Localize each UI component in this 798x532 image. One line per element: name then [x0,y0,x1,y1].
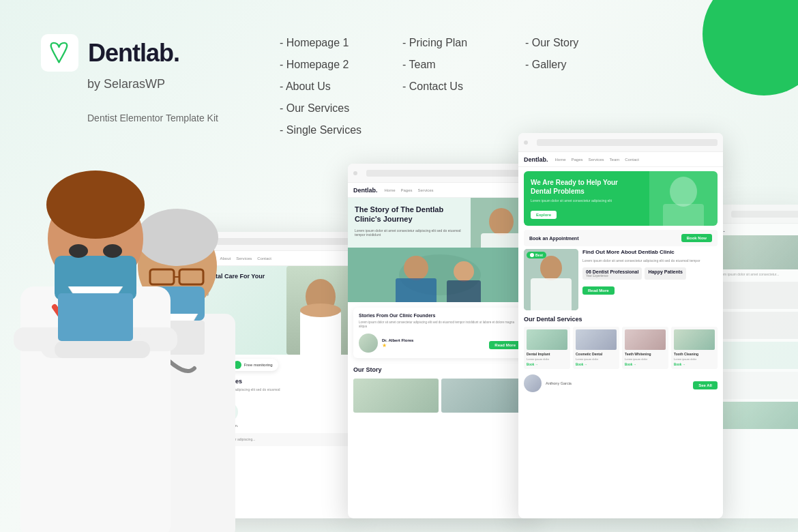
service-img-3 [625,329,666,350]
img-badge-dot [530,253,534,257]
mockup-fr-block-2 [717,312,798,339]
mockup-nav-item: Pages [401,188,413,192]
nav-single-services[interactable]: - Single Services [280,121,375,139]
svg-point-11 [454,261,474,282]
stat-1-label: Year Experience [586,274,638,278]
mockup-bar-c [366,170,527,177]
mockup-testimonial-title: Stories From Our Clinic Founders [359,313,521,318]
mockup-star-rating: ★ [382,342,413,349]
mockup-nav-item: Services [418,188,434,192]
mockup-right-nav-items: Home Pages Services Team Contact [555,158,639,162]
nav-gallery[interactable]: - Gallery [525,56,621,74]
svg-rect-12 [447,280,481,302]
mockup-right-hero-title: We Are Ready to Help Your Dental Problem… [531,178,630,196]
nav-contact[interactable]: - Contact Us [402,78,498,95]
service-cosmetic: Cosmetic Dental Lorem ipsum dolor Book → [573,327,619,369]
mockup-our-story: Our Story [348,364,532,379]
mockup-far-right-header [713,205,798,224]
svg-point-22 [69,244,88,258]
nav-team[interactable]: - Team [402,56,498,74]
mockup-fr-content: M... Lorem ipsum dolor sit amet consecte… [713,224,798,433]
nav-services[interactable]: - Our Services [280,100,375,117]
mockup-read-more[interactable]: Read More [489,337,521,349]
mockup-profile-info: Dr. Albert Flores ★ [382,338,413,349]
mockup-bottom-profile: Anthony Garcia See All [524,374,718,392]
nav-about[interactable]: - About Us [280,78,375,95]
svg-rect-27 [55,341,150,358]
doctor-silhouette-small [286,266,355,355]
service-btn-2[interactable]: Book → [576,363,617,366]
mockup-grid-img-1 [353,379,439,413]
hero-doctor-small [649,171,718,226]
mockup-grid-img-2 [441,379,527,413]
stat-2: Happy Patients [645,267,686,280]
service-btn-4[interactable]: Book → [674,363,715,366]
svg-rect-10 [396,278,437,302]
stat-1-value: 06 Dentist Professional [586,269,638,274]
service-desc-3: Lorem ipsum dolor [625,357,666,361]
mockup-fr-title: M... [717,228,798,233]
svg-point-5 [489,208,514,235]
service-link-3[interactable]: Book → [625,363,666,366]
mockup-center-header [348,164,532,183]
nav-area: - Homepage 1 - Homepage 2 - About Us - O… [266,34,634,139]
service-img-1 [527,329,567,350]
mockup-dot-c [353,171,357,175]
read-more-btn[interactable]: Read More [489,341,521,349]
mockup-hero-img [286,266,355,355]
mockup-right: Dentlab. Home Pages Services Team Contac… [518,133,723,518]
mockup-fr-block-5 [717,402,798,429]
nav-homepage1[interactable]: - Homepage 1 [280,34,375,52]
mockup-nav-item: Home [385,188,396,192]
mockup-book-label: Book an Appointment [529,236,578,241]
doctor-figure-1 [0,68,191,532]
service-link-2[interactable]: Book → [576,363,617,366]
mockup-center: Dentlab. Home Pages Services The Story o… [348,164,532,518]
svg-point-23 [103,244,122,258]
service-link-1[interactable]: Book → [527,363,567,366]
service-name-2: Cosmetic Dental [576,352,617,356]
mockup-center-hero-title: The Story of The Dentlab Clinic's Journe… [355,205,466,224]
mockup-services-section: Our Dental Services Dental Implant Lorem… [518,313,723,372]
mockup-nav-item: Home [555,158,566,162]
svg-point-20 [46,171,145,239]
mockup-hero-doctor-img [649,171,718,226]
mockup-bottom-avatar [524,374,542,392]
see-all-btn[interactable]: See All [693,381,718,389]
service-dental-implant: Dental Implant Lorem ipsum dolor Book → [524,327,570,369]
mockup-center-dental-img [348,248,532,302]
service-desc-1: Lorem ipsum dolor [527,357,567,361]
mockup-right-nav: Dentlab. Home Pages Services Team Contac… [518,152,723,167]
mockup-right-logo: Dentlab. [524,156,548,163]
mockup-about-text-col: Find Out More About Dentlab Clinic Lorem… [582,249,718,310]
book-btn[interactable]: Book Now [681,234,712,242]
nav-homepage2[interactable]: - Homepage 2 [280,56,375,74]
mockup-fr-hero-img [717,235,798,269]
nav-pricing[interactable]: - Pricing Plan [402,34,498,52]
nav-col-3: - Our Story - Gallery [512,34,634,139]
mockup-services-title: Our Dental Services [524,316,718,323]
mockup-testimonial: Stories From Our Clinic Founders Lorem i… [353,308,527,359]
service-btn-3[interactable]: Book → [625,363,666,366]
service-name-1: Dental Implant [527,352,567,356]
mockup-nav-item: Pages [572,158,583,162]
mockup-fr-block-3 [717,342,798,369]
service-btn-1[interactable]: Book → [527,363,567,366]
read-more-about[interactable]: Read More [582,286,615,295]
mockup-bottom-profile-name: Anthony Garcia [546,381,572,385]
mockup-fr-block-1 [717,282,798,309]
svg-point-9 [404,256,428,280]
mockup-about-section: Best Find Out More About Dentlab Clinic … [524,249,718,310]
main-container: Dentlab. by SelarasWP Dentist Elementor … [0,0,798,532]
mockup-bottom-action[interactable]: See All [693,377,718,389]
service-link-4[interactable]: Book → [674,363,715,366]
nav-our-story[interactable]: - Our Story [525,34,621,52]
service-img-4 [674,329,715,350]
service-whitening: Teeth Whitening Lorem ipsum dolor Book → [622,327,668,369]
mockup-right-cta[interactable]: Explore [531,211,557,219]
mockup-bar-fr [731,211,798,218]
service-name-4: Tooth Cleaning [674,352,715,356]
brand-name: Dentlab. [88,39,179,68]
mockup-about-text: Lorem ipsum dolor sit amet consectetur a… [582,258,718,264]
service-img-2 [576,329,617,350]
